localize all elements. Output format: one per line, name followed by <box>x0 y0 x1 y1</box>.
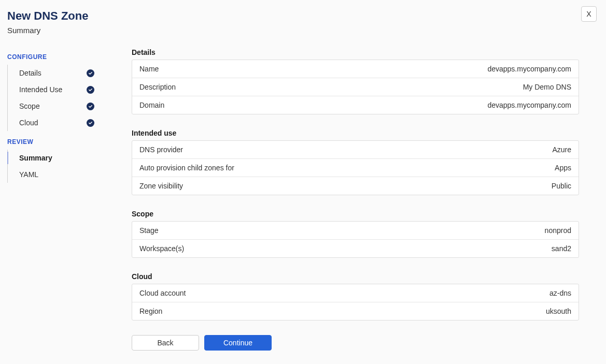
row-value: az-dns <box>549 289 571 297</box>
footer-actions: Back Continue <box>132 335 579 351</box>
table-row: Description My Demo DNS <box>132 78 579 96</box>
row-key: DNS provider <box>139 145 183 154</box>
row-key: Zone visibility <box>139 182 183 190</box>
row-key: Workspace(s) <box>139 244 184 253</box>
table-row: Region uksouth <box>132 302 579 320</box>
sidebar-item-details[interactable]: Details <box>8 65 132 81</box>
sidebar-item-label: Details <box>19 69 41 77</box>
row-value: devapps.mycompany.com <box>487 65 571 73</box>
row-key: Description <box>139 83 176 91</box>
sidebar-item-label: YAML <box>19 170 38 179</box>
sidebar-item-yaml[interactable]: YAML <box>8 166 132 183</box>
sidebar-section-configure: CONFIGURE <box>7 53 132 61</box>
row-value: devapps.mycompany.com <box>487 101 571 109</box>
table-row: DNS provider Azure <box>132 141 579 159</box>
row-key: Cloud account <box>139 289 186 297</box>
row-value: nonprod <box>545 226 571 235</box>
sidebar-item-intended-use[interactable]: Intended Use <box>8 81 132 98</box>
row-value: uksouth <box>546 307 571 315</box>
sidebar-item-label: Cloud <box>19 119 38 127</box>
check-circle-icon <box>87 119 94 127</box>
sidebar: CONFIGURE Details Intended Use Scope <box>7 48 132 361</box>
section-heading-scope: Scope <box>132 210 579 218</box>
nav-group-configure: Details Intended Use Scope Cloud <box>7 65 132 131</box>
section-heading-details: Details <box>132 48 579 56</box>
summary-table-scope: Stage nonprod Workspace(s) sand2 <box>132 221 579 258</box>
row-value: Public <box>552 182 571 190</box>
nav-group-review: Summary YAML <box>7 150 132 183</box>
table-row: Domain devapps.mycompany.com <box>132 96 579 114</box>
table-row: Zone visibility Public <box>132 177 579 195</box>
row-value: Apps <box>555 164 571 172</box>
sidebar-item-label: Summary <box>19 154 52 162</box>
row-value: sand2 <box>552 244 571 253</box>
row-key: Stage <box>139 226 159 235</box>
row-key: Domain <box>139 101 164 109</box>
sidebar-item-cloud[interactable]: Cloud <box>8 114 132 131</box>
table-row: Name devapps.mycompany.com <box>132 60 579 78</box>
close-button[interactable]: X <box>581 6 597 22</box>
section-heading-cloud: Cloud <box>132 272 579 281</box>
page-title: New DNS Zone <box>7 9 599 23</box>
sidebar-section-review: REVIEW <box>7 138 132 145</box>
close-icon: X <box>586 10 591 18</box>
check-circle-icon <box>87 86 94 94</box>
check-circle-icon <box>87 69 94 77</box>
sidebar-item-label: Intended Use <box>19 85 62 94</box>
continue-button[interactable]: Continue <box>204 335 272 351</box>
check-circle-icon <box>87 103 94 110</box>
summary-table-details: Name devapps.mycompany.com Description M… <box>132 60 579 114</box>
back-button[interactable]: Back <box>132 335 199 351</box>
section-heading-intended-use: Intended use <box>132 129 579 137</box>
sidebar-item-scope[interactable]: Scope <box>8 98 132 114</box>
row-key: Name <box>139 65 159 73</box>
sidebar-item-label: Scope <box>19 102 40 110</box>
table-row: Stage nonprod <box>132 222 579 240</box>
main-content: Details Name devapps.mycompany.com Descr… <box>132 48 599 361</box>
row-key: Region <box>139 307 162 315</box>
table-row: Auto provision child zones for Apps <box>132 159 579 177</box>
row-value: Azure <box>552 145 571 154</box>
table-row: Cloud account az-dns <box>132 284 579 302</box>
page-subtitle: Summary <box>7 26 599 35</box>
row-key: Auto provision child zones for <box>139 164 234 172</box>
row-value: My Demo DNS <box>523 83 571 91</box>
sidebar-item-summary[interactable]: Summary <box>8 150 132 166</box>
summary-table-cloud: Cloud account az-dns Region uksouth <box>132 284 579 321</box>
summary-table-intended-use: DNS provider Azure Auto provision child … <box>132 140 579 195</box>
table-row: Workspace(s) sand2 <box>132 240 579 257</box>
